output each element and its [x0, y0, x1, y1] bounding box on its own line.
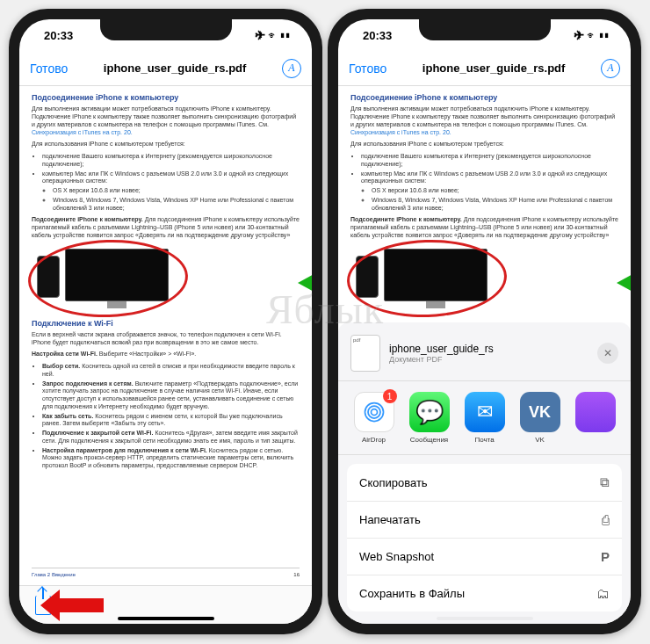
copy-icon: ⧉	[600, 474, 610, 490]
doc-heading-1: Подсоединение iPhone к компьютеру	[350, 93, 618, 103]
airdrop-icon: 1	[354, 392, 394, 432]
doc-list-1: подключение Вашего компьютера к Интернет…	[350, 153, 618, 212]
app-mail[interactable]: ✉ Почта	[463, 392, 506, 444]
vk-icon: VK	[520, 392, 560, 432]
green-arrow-annotation	[298, 273, 312, 293]
snapshot-icon: P	[601, 549, 610, 564]
page-number: 16	[293, 572, 300, 579]
sheet-file-title: iphone_user_guide_rs	[389, 343, 589, 355]
status-icons: ✈ ᯤ ▮▮	[256, 30, 291, 40]
svg-point-1	[368, 406, 380, 418]
share-sheet: pdf iphone_user_guide_rs Документ PDF ✕ …	[338, 322, 631, 624]
doc-p2: Для использования iPhone с компьютером т…	[32, 141, 300, 148]
doc-p5: Настройка сети Wi-Fi. Выберите «Настройк…	[32, 351, 300, 358]
doc-p3: Подсоедините iPhone к компьютеру. Для по…	[350, 216, 618, 239]
status-time: 20:33	[44, 29, 73, 42]
nav-bar: Готово iphone_user_guide_rs.pdf A	[19, 51, 312, 86]
messages-icon: 💬	[409, 392, 450, 432]
messages-label: Сообщения	[410, 436, 448, 444]
airdrop-badge: 1	[383, 389, 397, 403]
doc-p3: Подсоедините iPhone к компьютеру. Для по…	[32, 216, 300, 239]
doc-p2: Для использования iPhone с компьютером т…	[350, 141, 618, 148]
vk-label: VK	[535, 436, 545, 444]
share-actions-list: Скопировать ⧉ Напечатать ⎙ Web Snapshot …	[347, 464, 622, 611]
left-phone-frame: 20:33 ✈ ᯤ ▮▮ Готово iphone_user_guide_rs…	[9, 9, 322, 634]
share-sheet-header: pdf iphone_user_guide_rs Документ PDF ✕	[338, 331, 631, 381]
svg-point-0	[371, 409, 377, 416]
right-phone-frame: 20:33 ✈ ᯤ ▮▮ Готово iphone_user_guide_rs…	[328, 9, 641, 634]
nav-bar: Готово iphone_user_guide_rs.pdf A	[338, 51, 631, 86]
nav-title: iphone_user_guide_rs.pdf	[395, 62, 592, 75]
red-arrow-annotation	[58, 598, 104, 612]
print-icon: ⎙	[602, 512, 610, 527]
doc-list-1: подключение Вашего компьютера к Интернет…	[32, 153, 300, 212]
doc-image-row	[32, 247, 300, 310]
close-button[interactable]: ✕	[597, 343, 618, 364]
doc-list-2: Выбор сети. Коснитесь одной из сетей в с…	[32, 363, 300, 470]
right-screen: 20:33 ✈ ᯤ ▮▮ Готово iphone_user_guide_rs…	[338, 19, 631, 624]
chapter-label: Глава 2 Введение	[32, 572, 76, 579]
action-save-files[interactable]: Сохранить в Файлы 🗂	[347, 575, 622, 611]
done-button[interactable]: Готово	[30, 62, 68, 76]
mail-label: Почта	[474, 436, 494, 444]
sheet-file-subtitle: Документ PDF	[389, 355, 589, 364]
green-arrow-annotation	[617, 273, 631, 293]
document-content[interactable]: Подсоединение iPhone к компьютеру Для вы…	[19, 86, 312, 585]
doc-image-row	[350, 247, 618, 310]
app-more[interactable]	[574, 392, 617, 444]
notch	[419, 19, 551, 40]
status-icons: ✈ ᯤ ▮▮	[574, 30, 610, 40]
notch	[100, 19, 232, 40]
action-print[interactable]: Напечатать ⎙	[347, 502, 622, 539]
mail-icon: ✉	[465, 392, 505, 432]
done-button[interactable]: Готово	[349, 62, 386, 76]
folder-icon: 🗂	[596, 586, 610, 601]
doc-footer: Глава 2 Введение 16	[32, 568, 300, 579]
home-indicator[interactable]	[118, 617, 214, 620]
action-web-snapshot[interactable]: Web Snapshot P	[347, 539, 622, 575]
doc-p1: Для выполнения активации может потребова…	[32, 105, 300, 136]
app-vk[interactable]: VK VK	[518, 392, 561, 444]
viber-icon	[575, 392, 616, 432]
doc-heading-2: Подключение к Wi-Fi	[32, 319, 300, 329]
red-oval-annotation	[346, 236, 509, 319]
markup-button[interactable]: A	[601, 59, 620, 78]
doc-p1: Для выполнения активации может потребова…	[350, 105, 618, 136]
app-airdrop[interactable]: 1 AirDrop	[352, 392, 395, 444]
doc-p4: Если в верхней части экрана отображается…	[32, 331, 300, 347]
action-copy[interactable]: Скопировать ⧉	[347, 464, 622, 502]
status-time: 20:33	[363, 29, 392, 42]
nav-title: iphone_user_guide_rs.pdf	[76, 62, 273, 75]
doc-heading-1: Подсоединение iPhone к компьютеру	[32, 93, 300, 103]
markup-button[interactable]: A	[282, 59, 301, 78]
left-screen: 20:33 ✈ ᯤ ▮▮ Готово iphone_user_guide_rs…	[19, 19, 312, 624]
red-oval-annotation	[27, 236, 190, 319]
app-messages[interactable]: 💬 Сообщения	[408, 392, 451, 444]
airdrop-label: AirDrop	[362, 436, 386, 444]
share-apps-row[interactable]: 1 AirDrop 💬 Сообщения ✉ Почта VK VK	[338, 381, 631, 455]
document-thumbnail: pdf	[350, 335, 380, 372]
